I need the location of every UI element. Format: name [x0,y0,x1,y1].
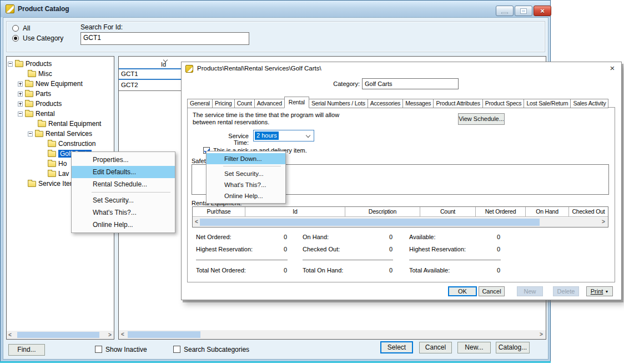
tab-sales-activity[interactable]: Sales Activity [570,99,608,108]
tree-item-rental[interactable]: Rental [18,109,55,118]
new-button[interactable]: New... [457,342,491,353]
menu-item-online-help[interactable]: Online Help... [207,190,285,201]
highest-reservation-2-value: 0 [478,246,500,252]
tree-item-new-equipment[interactable]: New Equipment [18,79,83,88]
menu-item-set-security[interactable]: Set Security... [207,168,285,179]
scroll-right-icon[interactable]: > [108,332,112,338]
catalog-button[interactable]: Catalog... [496,342,530,353]
find-button[interactable]: Find... [8,344,45,356]
column-header-count[interactable]: Count [420,207,476,216]
scroll-left-icon[interactable]: < [195,219,198,225]
window-titlebar[interactable]: Product Catalog [1,1,550,17]
radio-use-category[interactable] [12,35,19,42]
dialog-new-button[interactable]: New [517,286,543,296]
dropdown-caret-icon: ▼ [605,290,608,294]
list-scrollbar-thumb[interactable] [128,331,200,338]
service-time-combobox[interactable]: 2 hours [253,130,314,141]
tab-rental[interactable]: Rental [284,97,309,108]
window-title: Product Catalog [18,5,69,13]
tree-item-label: Rental Services [46,130,92,138]
tree-item-products[interactable]: Products [8,59,52,68]
list-row-gct1[interactable]: GCT1 [121,70,138,77]
list-row-gct2[interactable]: GCT2 [121,82,138,88]
on-hand-label: On Hand: [303,234,329,240]
select-button[interactable]: Select [380,341,413,353]
menu-item-filter-down[interactable]: Filter Down... [207,153,285,164]
scroll-left-icon[interactable]: < [8,332,12,338]
column-header-description[interactable]: Description [345,207,420,216]
tab-pricing[interactable]: Pricing [212,99,235,108]
tree-item-ho[interactable]: Ho [48,159,67,168]
scroll-left-icon[interactable]: < [121,331,124,337]
minimize-button[interactable] [496,6,514,16]
tab-serial-numbers-lots[interactable]: Serial Numbers / Lots [309,99,368,108]
tab-messages[interactable]: Messages [402,99,434,108]
expand-icon[interactable] [18,82,23,87]
scroll-right-icon[interactable]: > [540,331,543,337]
ok-button[interactable]: OK [448,286,477,296]
tree-item-label: Construction [58,140,95,148]
tab-lost-sale-return[interactable]: Lost Sale/Return [524,99,571,108]
tree-item-rental-equipment[interactable]: Rental Equipment [38,119,101,128]
search-input[interactable]: GCT1 [80,32,249,45]
search-subcategories-checkbox[interactable] [173,346,180,353]
tab-count[interactable]: Count [234,99,255,108]
menu-item-edit-defaults[interactable]: Edit Defaults... [72,166,175,178]
service-time-description-line1: The service time is the time that the pr… [193,112,339,118]
tree-item-label: New Equipment [36,80,83,88]
column-header-checked-out[interactable]: Checked Out [569,207,608,216]
menu-item-online-help[interactable]: Online Help... [72,219,175,231]
menu-item-properties[interactable]: Properties... [72,154,175,166]
checked-out-value: 0 [370,246,392,252]
total-available-value: 0 [478,267,500,274]
tree-item-lav[interactable]: Lav [48,169,69,178]
column-header-net-ordered[interactable]: Net Ordered [476,207,526,216]
app-icon [6,4,14,13]
print-button[interactable]: Print ▼ [586,286,613,296]
tree-item-products-sub[interactable]: Products [18,99,62,108]
column-header-on-hand[interactable]: On Hand [526,207,569,216]
column-header-id[interactable]: Id [245,207,345,216]
menu-item-whats-this[interactable]: What's This?... [207,179,285,190]
dialog-tab-strip: GeneralPricingCountAdvancedRentalSerial … [187,97,608,108]
maximize-button[interactable] [515,6,532,16]
tab-accessories[interactable]: Accessories [368,99,403,108]
minimize-icon [501,12,508,14]
tab-product-attributes[interactable]: Product Attributes [433,99,482,108]
list-column-header-id[interactable]: Id [161,61,166,68]
view-schedule-button[interactable]: View Schedule... [458,113,505,125]
tree-item-parts[interactable]: Parts [18,89,51,98]
show-inactive-checkbox[interactable] [95,346,102,353]
tree-item-misc[interactable]: Misc [28,69,52,78]
tab-product-specs[interactable]: Product Specs [482,99,525,108]
tab-advanced[interactable]: Advanced [254,99,285,108]
dialog-cancel-button[interactable]: Cancel [479,286,505,296]
highest-reservation-2-label: Highest Reservation: [409,246,466,252]
table-scrollbar-thumb[interactable] [200,219,540,226]
cancel-button[interactable]: Cancel [419,342,452,353]
open-folder-icon [48,151,56,157]
radio-all[interactable] [12,25,19,32]
tree-item-rental-services[interactable]: Rental Services [28,129,92,138]
folder-icon [25,81,33,87]
tab-general[interactable]: General [187,99,213,108]
close-button[interactable]: × [534,6,551,16]
menu-item-rental-schedule[interactable]: Rental Schedule... [72,178,175,190]
rental-equipment-table[interactable]: Purchase Id Description Count Net Ordere… [192,206,608,228]
category-field[interactable]: Golf Carts [362,78,459,89]
dialog-delete-button[interactable]: Delete [553,286,579,296]
menu-item-whats-this[interactable]: What's This?... [72,206,175,219]
total-on-hand-value: 0 [370,267,392,274]
expand-icon[interactable] [18,92,23,97]
tree-scrollbar-thumb[interactable] [17,332,99,338]
expand-icon[interactable] [18,102,23,107]
collapse-icon[interactable] [18,112,23,117]
collapse-icon[interactable] [8,62,13,67]
scroll-right-icon[interactable]: > [602,219,605,225]
folder-icon [38,121,46,127]
dialog-close-icon[interactable]: × [607,63,618,73]
collapse-icon[interactable] [28,132,33,136]
search-subcategories-label: Search Subcategories [184,346,249,353]
menu-item-set-security[interactable]: Set Security... [72,194,175,206]
tree-item-construction[interactable]: Construction [48,139,95,148]
